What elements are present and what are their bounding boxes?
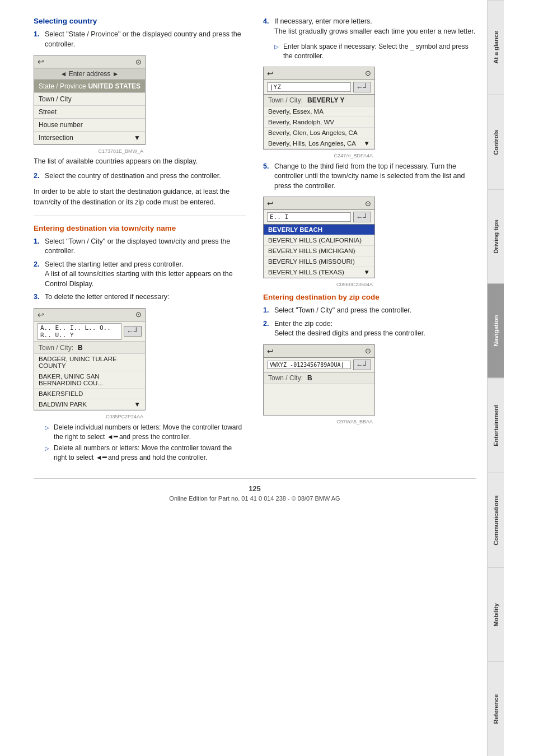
back-icon-3[interactable]: ↩ [267, 69, 274, 78]
step-5-num: 5. [263, 162, 271, 192]
entering-zip-heading: Entering destination by zip code [263, 293, 476, 301]
page-number: 125 [34, 484, 476, 493]
back-icon-5[interactable]: ↩ [267, 347, 274, 356]
menu-row-state[interactable]: State / Province UNITED STATES [34, 80, 145, 93]
screen2-input: A.. E.. I.. L.. O.. R.. U.. Y ←┘ [34, 321, 145, 342]
entering-zip-section: Entering destination by zip code 1. Sele… [263, 293, 476, 424]
sidebar-tab-navigation[interactable]: Navigation [488, 283, 504, 378]
zip-step-2-num: 2. [263, 319, 271, 339]
zip-steps: 1. Select "Town / City" and press the co… [263, 306, 476, 339]
town-step-2-text: Select the starting letter and press con… [45, 260, 246, 290]
step4-sub: ▷ Enter blank space if necessary: Select… [263, 42, 476, 61]
sidebar-tab-reference[interactable]: Reference [488, 661, 504, 756]
sidebar-tab-at-glance[interactable]: At a glance [488, 0, 504, 95]
result-beverly-randolph[interactable]: Beverly, Randolph, WV [264, 117, 374, 128]
sidebar-tab-driving[interactable]: Driving tips [488, 189, 504, 284]
enter-icon-2[interactable]: ←┘ [124, 326, 142, 337]
screen4-note: C09E0C23504A [263, 282, 375, 287]
col-right: 4. If necessary, enter more letters.The … [263, 17, 476, 467]
result-beverly-essex[interactable]: Beverly, Essex, MA [264, 106, 374, 117]
menu-row-town[interactable]: Town / City [34, 93, 145, 106]
settings-icon-1[interactable]: ⊙ [135, 58, 142, 66]
selecting-country-steps: 1. Select "State / Province" or the disp… [34, 30, 246, 49]
zip-step-1: 1. Select "Town / City" and press the co… [263, 306, 476, 316]
zip-step-1-num: 1. [263, 306, 271, 316]
main-content: Selecting country 1. Select "State / Pro… [0, 0, 487, 756]
sub-2-text: Delete all numbers or letters: Move the … [54, 444, 246, 463]
kbd-row-3: |YZ [267, 82, 351, 92]
tri-icon-1: ▷ [45, 424, 50, 442]
right-sidebar: At a glance Controls Driving tips Naviga… [487, 0, 504, 756]
step-2-num: 2. [34, 171, 41, 181]
result-beverly-hills-tx[interactable]: BEVERLY HILLS (TEXAS) ▼ [264, 267, 374, 278]
sidebar-tab-entertainment[interactable]: Entertainment [488, 378, 504, 473]
screen1-header: ◄ Enter address ► [34, 68, 145, 80]
screen5-note: C97WA5_BBAA [263, 419, 375, 424]
result-beverly-hills-mi[interactable]: BEVERLY HILLS (MICHIGAN) [264, 246, 374, 256]
step-1-text: Select "State / Province" or the display… [45, 30, 246, 49]
result-beverly-hills-ca[interactable]: BEVERLY HILLS (CALIFORNIA) [264, 235, 374, 246]
zip-step-1-text: Select "Town / City" and press the contr… [274, 306, 411, 316]
right-steps: 4. If necessary, enter more letters.The … [263, 17, 476, 36]
enter-icon-5[interactable]: ←┘ [353, 360, 371, 370]
result-bakersfield[interactable]: BAKERSFIELD [34, 389, 145, 399]
town-step-1-text: Select "Town / City" or the displayed to… [45, 237, 246, 256]
result-baldwin[interactable]: BALDWIN PARK ▼ [34, 399, 145, 410]
result-beverly-hills-mo[interactable]: BEVERLY HILLS (MISSOURI) [264, 256, 374, 267]
screen-5: ↩ ⊙ VWXYZ -0123456789AOUA| ←┘ Town / Cit… [263, 344, 375, 416]
back-icon-2[interactable]: ↩ [38, 310, 44, 319]
screen3-topbar: ↩ ⊙ [264, 67, 374, 80]
right-step-4-num: 4. [263, 17, 271, 36]
screen-3: ↩ ⊙ |YZ ←┘ Town / City: BEVERLY Y Beverl… [263, 67, 375, 150]
zip-step-2: 2. Enter the zip code:Select the desired… [263, 319, 476, 339]
screen5-topbar: ↩ ⊙ [264, 345, 374, 358]
menu-row-intersection[interactable]: Intersection ▼ [34, 132, 145, 144]
entering-town-steps: 1. Select "Town / City" or the displayed… [34, 237, 246, 302]
zip-step-2-text: Enter the zip code:Select the desired di… [274, 319, 425, 339]
screen3-input: |YZ ←┘ [264, 80, 374, 95]
step5-list: 5. Change to the third field from the to… [263, 162, 476, 192]
back-icon-1[interactable]: ↩ [38, 57, 44, 66]
selecting-country-heading: Selecting country [34, 17, 246, 25]
step-5-text: Change to the third field from the top i… [274, 162, 476, 192]
step-5: 5. Change to the third field from the to… [263, 162, 476, 192]
right-step-4: 4. If necessary, enter more letters.The … [263, 17, 476, 36]
town-step-1-num: 1. [34, 237, 41, 256]
back-icon-4[interactable]: ↩ [267, 199, 274, 208]
sub-bullet-1: ▷ Delete individual numbers or letters: … [45, 423, 246, 442]
tri-icon-3: ▷ [274, 43, 280, 61]
step-2-text: Select the country of destination and pr… [45, 171, 221, 181]
result-beverly-glen[interactable]: Beverly, Glen, Los Angeles, CA [264, 128, 374, 138]
settings-icon-2[interactable]: ⊙ [135, 310, 142, 319]
menu-row-house[interactable]: House number [34, 119, 145, 132]
screen5-empty [264, 384, 374, 415]
town-step-2-num: 2. [34, 260, 41, 290]
screen3-town-header: Town / City: BEVERLY Y [264, 95, 374, 106]
right-step-4-text: If necessary, enter more letters.The lis… [274, 17, 475, 36]
town-step-2: 2. Select the starting letter and press … [34, 260, 246, 290]
sidebar-tab-mobility[interactable]: Mobility [488, 567, 504, 662]
screen1-topbar: ↩ ⊙ [34, 55, 145, 68]
step4-sub-1: ▷ Enter blank space if necessary: Select… [274, 42, 476, 61]
screen4-input: E.. I ←┘ [264, 210, 374, 225]
result-beverly-hills-la[interactable]: Beverly, Hills, Los Angeles, CA ▼ [264, 138, 374, 149]
settings-icon-4[interactable]: ⊙ [365, 199, 371, 208]
enter-icon-4[interactable]: ←┘ [353, 212, 371, 222]
screen2-topbar: ↩ ⊙ [34, 309, 145, 321]
sidebar-tab-communications[interactable]: Communications [488, 473, 504, 567]
settings-icon-5[interactable]: ⊙ [365, 347, 371, 355]
settings-icon-3[interactable]: ⊙ [365, 69, 371, 77]
sidebar-tab-controls[interactable]: Controls [488, 95, 504, 189]
result-beverly-beach[interactable]: BEVERLY BEACH [264, 225, 374, 235]
kbd-row-5: VWXYZ -0123456789AOUA| [267, 361, 351, 369]
kbd-row-4: E.. I [267, 212, 351, 222]
screen2-town-header: Town / City: B [34, 342, 145, 354]
enter-icon-3[interactable]: ←┘ [353, 82, 371, 92]
page-wrapper: Selecting country 1. Select "State / Pro… [0, 0, 534, 756]
entering-town-section: Entering destination via town/city name … [34, 224, 246, 463]
result-baker[interactable]: BAKER, UNINC SAN BERNARDINO COU... [34, 371, 145, 389]
result-badger[interactable]: BADGER, UNINC TULARE COUNTY [34, 354, 145, 371]
screen4-topbar: ↩ ⊙ [264, 197, 374, 210]
town-step-1: 1. Select "Town / City" or the displayed… [34, 237, 246, 256]
menu-row-street[interactable]: Street [34, 106, 145, 119]
